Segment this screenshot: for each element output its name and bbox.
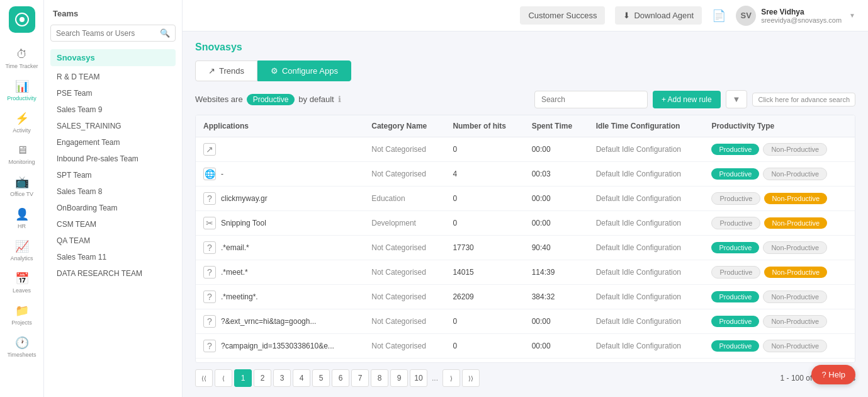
badge-productive[interactable]: Productive <box>711 242 759 253</box>
cell-idle: Default Idle Configuration <box>589 236 704 260</box>
team-item[interactable]: R & D TEAM <box>50 69 176 85</box>
team-item[interactable]: OnBoarding Team <box>50 200 176 216</box>
teams-sidebar: Teams 🔍 Snovasys R & D TEAM PSE Team Sal… <box>44 0 183 397</box>
team-search-box[interactable]: 🔍 <box>50 25 176 42</box>
pagination-page-2[interactable]: 2 <box>254 369 271 387</box>
nav-item-projects[interactable]: 📁 Projects <box>0 299 43 331</box>
team-item[interactable]: QA TEAM <box>50 233 176 249</box>
pagination-page-1[interactable]: 1 <box>234 369 252 387</box>
app-icon: ↗ <box>203 143 216 156</box>
user-name: Sree Vidhya <box>761 8 842 16</box>
badge-nonproductive[interactable]: Non-Productive <box>764 267 827 278</box>
productive-default-badge[interactable]: Productive <box>247 94 295 105</box>
col-time: Spent Time <box>524 115 589 137</box>
nav-item-time-tracker[interactable]: ⏱ Time Tracker <box>0 43 43 74</box>
user-info: Sree Vidhya sreevidya@snovasys.com <box>761 8 842 24</box>
nav-label-productivity: Productivity <box>7 95 37 101</box>
col-productivity: Productivity Type <box>704 115 855 137</box>
badge-productive[interactable]: Productive <box>711 316 759 327</box>
badge-nonproductive[interactable]: Non-Productive <box>764 217 827 229</box>
team-item[interactable]: PSE Team <box>50 85 176 101</box>
nav-item-productivity[interactable]: 📊 Productivity <box>0 74 43 106</box>
info-icon[interactable]: ℹ <box>338 95 341 104</box>
pagination-next[interactable]: ⟩ <box>442 369 460 387</box>
badge-productive[interactable]: Productive <box>711 340 759 352</box>
add-rule-button[interactable]: + Add new rule <box>653 91 721 108</box>
team-item[interactable]: SPT Team <box>50 167 176 183</box>
document-icon[interactable]: 📄 <box>712 9 726 23</box>
pagination-prev[interactable]: ⟨ <box>215 369 232 387</box>
team-item[interactable]: Inbound Pre-sales Team <box>50 151 176 167</box>
team-item[interactable]: Engagement Team <box>50 134 176 151</box>
filter-icon-button[interactable]: ▼ <box>726 90 748 108</box>
col-category: Category Name <box>364 115 445 137</box>
pagination-last[interactable]: ⟩⟩ <box>462 369 480 387</box>
websites-are-label: Websites are <box>195 95 243 104</box>
nav-item-analytics[interactable]: 📈 Analytics <box>0 234 43 267</box>
app-logo[interactable] <box>9 6 35 33</box>
tab-trends[interactable]: ↗ Trends <box>195 60 257 81</box>
team-item[interactable]: DATA RESEARCH TEAM <box>50 265 176 282</box>
activity-icon: ⚡ <box>15 112 29 125</box>
nav-item-timesheets[interactable]: 🕐 Timesheets <box>0 331 43 363</box>
team-item-sales-team-11[interactable]: Sales Team 11 <box>50 249 176 265</box>
cell-time: 00:00 <box>524 309 589 334</box>
timesheets-icon: 🕐 <box>15 336 29 350</box>
table-row: ?.*email.*Not Categorised1773090:40Defau… <box>196 236 855 260</box>
tab-configure-apps[interactable]: ⚙ Configure Apps <box>257 60 351 81</box>
badge-nonproductive[interactable]: Non-Productive <box>763 168 827 180</box>
cell-idle: Default Idle Configuration <box>589 260 704 285</box>
cell-hits: 4 <box>445 162 524 187</box>
customer-success-button[interactable]: Customer Success <box>520 6 605 25</box>
pagination-page-4[interactable]: 4 <box>293 369 310 387</box>
nav-item-leaves[interactable]: 📅 Leaves <box>0 267 43 299</box>
trends-icon: ↗ <box>208 66 215 76</box>
team-search-input[interactable] <box>56 29 160 38</box>
pagination-page-10[interactable]: 10 <box>410 369 427 387</box>
team-item[interactable]: Sales Team 9 <box>50 101 176 118</box>
nav-item-activity[interactable]: ⚡ Activity <box>0 106 43 139</box>
pagination-page-3[interactable]: 3 <box>273 369 291 387</box>
team-item[interactable]: SALES_TRAINING <box>50 118 176 134</box>
table-search-input[interactable] <box>534 91 648 108</box>
badge-nonproductive[interactable]: Non-Productive <box>763 340 827 352</box>
nav-item-monitoring[interactable]: 🖥 Monitoring <box>0 139 43 170</box>
filter-bar: Websites are Productive by default ℹ + A… <box>195 90 855 108</box>
pagination-page-6[interactable]: 6 <box>332 369 349 387</box>
badge-nonproductive[interactable]: Non-Productive <box>763 315 827 328</box>
download-agent-button[interactable]: ⬇ Download Agent <box>615 6 702 25</box>
pagination-page-7[interactable]: 7 <box>351 369 369 387</box>
user-profile[interactable]: SV Sree Vidhya sreevidya@snovasys.com ▼ <box>736 6 855 26</box>
team-item[interactable]: Sales Team 8 <box>50 183 176 200</box>
pagination-page-8[interactable]: 8 <box>371 369 388 387</box>
badge-nonproductive[interactable]: Non-Productive <box>763 143 827 156</box>
badge-productive[interactable]: Productive <box>711 217 760 229</box>
cell-idle: Default Idle Configuration <box>589 162 704 187</box>
cell-hits: 17730 <box>445 236 524 260</box>
badge-productive[interactable]: Productive <box>711 144 759 155</box>
badge-productive[interactable]: Productive <box>711 291 759 302</box>
advance-search-tip[interactable]: Click here for advance search <box>752 93 855 106</box>
pagination-first[interactable]: ⟨⟨ <box>195 369 213 387</box>
pagination-page-9[interactable]: 9 <box>390 369 408 387</box>
nav-item-office-tv[interactable]: 📺 Office TV <box>0 170 43 202</box>
badge-nonproductive[interactable]: Non-Productive <box>763 291 827 303</box>
badge-productive[interactable]: Productive <box>711 192 760 205</box>
team-item[interactable]: CSM TEAM <box>50 216 176 233</box>
badge-nonproductive[interactable]: Non-Productive <box>764 193 827 204</box>
help-button[interactable]: ? Help <box>811 365 855 384</box>
nav-item-hr[interactable]: 👤 HR <box>0 202 43 234</box>
badge-nonproductive[interactable]: Non-Productive <box>763 241 827 254</box>
badge-productive[interactable]: Productive <box>711 168 759 180</box>
pagination-page-5[interactable]: 5 <box>312 369 330 387</box>
active-team-header[interactable]: Snovasys <box>50 49 176 66</box>
badge-productive[interactable]: Productive <box>711 266 760 279</box>
app-name-text: ?&ext_vrnc=hi&tag=googh... <box>221 317 316 326</box>
app-icon: ✂ <box>203 217 216 229</box>
cell-productivity-type: ProductiveNon-Productive <box>704 309 855 334</box>
badge-pair: ProductiveNon-Productive <box>711 315 847 328</box>
table-row: 🌐-Not Categorised400:03Default Idle Conf… <box>196 162 855 187</box>
cell-productivity-type: ProductiveNon-Productive <box>704 236 855 260</box>
cell-time: 00:00 <box>524 211 589 236</box>
cell-category: Development <box>364 211 445 236</box>
